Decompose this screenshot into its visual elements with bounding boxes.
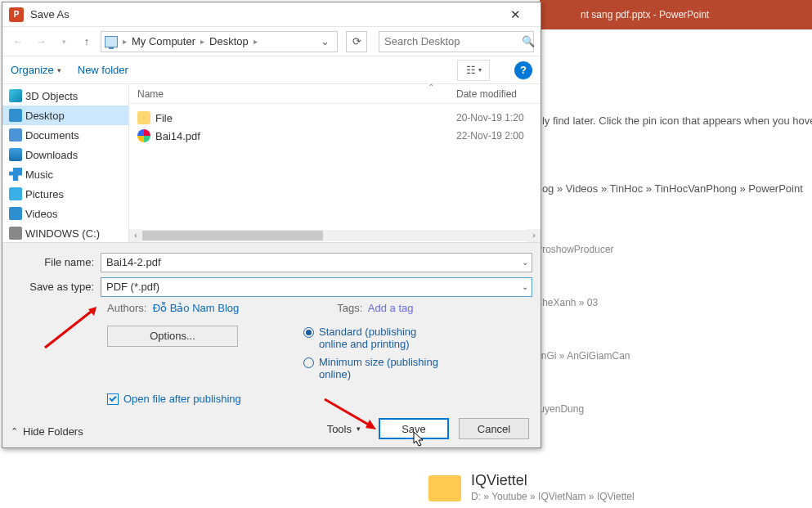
toolbar: Organize▾ New folder ☷ ▾ ? <box>2 56 541 84</box>
savetype-value: PDF (*.pdf) <box>106 281 159 293</box>
search-icon: 🔍 <box>522 35 535 47</box>
filename-field[interactable]: Bai14-2.pdf ⌄ <box>101 253 532 272</box>
dialog-titlebar: P Save As ✕ <box>2 2 541 27</box>
chevron-down-icon[interactable]: ⌄ <box>522 258 528 267</box>
dialog-title: Save As <box>30 8 70 20</box>
help-button[interactable]: ? <box>514 61 532 79</box>
col-name[interactable]: Name <box>129 88 456 100</box>
sidebar-item[interactable]: Downloads <box>2 145 128 164</box>
sidebar-icon <box>9 148 22 161</box>
scroll-left-icon[interactable]: ‹ <box>129 229 142 242</box>
sidebar-icon <box>9 109 22 122</box>
radio-standard-label: Standard (publishing online and printing… <box>319 326 442 351</box>
sidebar-item[interactable]: Videos <box>2 204 128 223</box>
filename-value: Bai14-2.pdf <box>106 256 161 268</box>
sidebar-icon <box>9 207 22 220</box>
computer-icon <box>105 36 118 47</box>
back-button[interactable]: ← <box>9 33 27 51</box>
sidebar: 3D ObjectsDesktopDocumentsDownloadsMusic… <box>2 84 129 242</box>
chevron-down-icon[interactable]: ⌄ <box>522 282 528 291</box>
sidebar-icon <box>9 168 22 181</box>
new-folder-button[interactable]: New folder <box>78 64 128 76</box>
radio-standard[interactable] <box>303 327 314 338</box>
sort-indicator-icon: ⌃ <box>428 83 434 92</box>
sidebar-icon <box>9 128 22 142</box>
radio-minimum[interactable] <box>303 357 314 368</box>
nav-row: ← → ▾ ↑ ▸ My Computer ▸ Desktop ▸ ⌄ ⟳ 🔍 <box>2 27 541 56</box>
sidebar-item[interactable]: Pictures <box>2 184 128 204</box>
search-input[interactable] <box>384 35 522 47</box>
search-box[interactable]: 🔍 <box>379 31 534 52</box>
sidebar-item-label: Downloads <box>25 149 78 161</box>
savetype-label: Save as type: <box>11 281 101 293</box>
savetype-field[interactable]: PDF (*.pdf) ⌄ <box>101 277 532 297</box>
breadcrumb-item[interactable]: My Computer <box>132 35 195 47</box>
file-row[interactable]: Bai14.pdf22-Nov-19 2:00 <box>129 127 541 145</box>
col-date[interactable]: Date modified <box>456 88 541 100</box>
add-tag-button[interactable]: Add a tag <box>368 302 414 314</box>
sidebar-item[interactable]: 3D Objects <box>2 86 128 106</box>
save-as-dialog: P Save As ✕ ← → ▾ ↑ ▸ My Computer ▸ Desk… <box>2 2 541 448</box>
file-icon <box>137 111 150 124</box>
chevron-right-icon[interactable]: ▸ <box>121 37 128 46</box>
forward-button[interactable]: → <box>32 33 50 51</box>
cancel-button[interactable]: Cancel <box>459 418 529 439</box>
column-headers[interactable]: Name ⌃ Date modified <box>129 84 541 104</box>
scroll-right-icon[interactable]: › <box>527 229 541 242</box>
up-button[interactable]: ↑ <box>78 33 96 51</box>
sidebar-item-label: WINDOWS (C:) <box>25 227 100 240</box>
breadcrumb-dropdown[interactable]: ⌄ <box>316 35 334 47</box>
breadcrumb-item[interactable]: Desktop <box>209 35 249 47</box>
sidebar-item-label: Desktop <box>25 110 65 122</box>
scroll-track[interactable] <box>142 230 527 241</box>
tools-menu[interactable]: Tools▾ <box>327 423 361 435</box>
recent-dropdown[interactable]: ▾ <box>55 33 73 51</box>
author-value[interactable]: Đỗ Bảo Nam Blog <box>153 302 240 314</box>
scroll-thumb[interactable] <box>142 231 323 241</box>
close-button[interactable]: ✕ <box>497 3 534 26</box>
authors-label: Authors: <box>107 302 146 314</box>
main-area: 3D ObjectsDesktopDocumentsDownloadsMusic… <box>2 84 541 243</box>
powerpoint-title: nt sang pdf.pptx - PowerPoint <box>581 9 709 20</box>
file-date: 22-Nov-19 2:00 <box>456 130 541 142</box>
file-name: Bai14.pdf <box>155 130 200 142</box>
file-list[interactable]: File20-Nov-19 1:20Bai14.pdf22-Nov-19 2:0… <box>129 104 541 242</box>
powerpoint-titlebar: nt sang pdf.pptx - PowerPoint <box>540 0 812 29</box>
sidebar-icon <box>9 89 22 102</box>
file-date: 20-Nov-19 1:20 <box>456 112 541 124</box>
sidebar-item-label: Videos <box>25 208 58 220</box>
chevron-up-icon: ⌃ <box>11 426 18 437</box>
chevron-right-icon[interactable]: ▸ <box>252 37 259 46</box>
sidebar-item-label: 3D Objects <box>25 90 78 102</box>
bottom-panel: File name: Bai14-2.pdf ⌄ Save as type: P… <box>2 243 541 447</box>
sidebar-item[interactable]: Desktop <box>2 106 128 125</box>
chevron-right-icon[interactable]: ▸ <box>199 37 206 46</box>
sidebar-icon <box>9 227 22 240</box>
view-options-button[interactable]: ☷ ▾ <box>457 60 490 81</box>
sidebar-item[interactable]: Documents <box>2 125 128 145</box>
tags-label: Tags: <box>337 302 362 314</box>
sidebar-item-label: Pictures <box>25 188 64 200</box>
sidebar-item-label: Documents <box>25 129 79 142</box>
file-name: File <box>155 112 173 124</box>
optimize-for-group: Standard (publishing online and printing… <box>303 326 442 386</box>
hide-folders-button[interactable]: ⌃ Hide Folders <box>11 425 83 438</box>
sidebar-item[interactable]: Music <box>2 164 128 184</box>
sidebar-item[interactable]: WINDOWS (C:) <box>2 223 128 242</box>
breadcrumb[interactable]: ▸ My Computer ▸ Desktop ▸ ⌄ <box>101 31 338 52</box>
open-after-label: Open file after publishing <box>123 393 241 405</box>
sidebar-item-label: Music <box>25 169 53 181</box>
mouse-cursor-icon <box>413 431 424 447</box>
organize-menu[interactable]: Organize▾ <box>11 64 61 76</box>
sidebar-icon <box>9 187 22 200</box>
file-row[interactable]: File20-Nov-19 1:20 <box>129 109 541 127</box>
options-button[interactable]: Options... <box>107 326 238 347</box>
file-pane: Name ⌃ Date modified File20-Nov-19 1:20B… <box>129 84 541 242</box>
filename-label: File name: <box>11 256 101 268</box>
horizontal-scrollbar[interactable]: ‹ › <box>129 229 541 242</box>
refresh-button[interactable]: ⟳ <box>346 31 367 52</box>
folder-icon <box>428 475 461 501</box>
bg-hint-text: ily find later. Click the pin icon that … <box>540 115 812 195</box>
open-after-checkbox[interactable] <box>107 393 119 405</box>
file-icon <box>137 129 150 142</box>
